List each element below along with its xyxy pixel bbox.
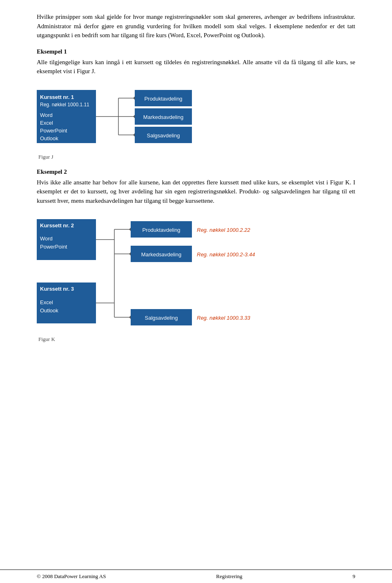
figure-j-diagram: Kurssett nr. 1 Reg. nøkkel 1000.1.11 Wor… <box>37 86 249 151</box>
example2-paragraph: Hvis ikke alle ansatte har behov for all… <box>37 178 355 206</box>
svg-text:Produktavdeling: Produktavdeling <box>142 227 180 233</box>
figure-j-container: Kurssett nr. 1 Reg. nøkkel 1000.1.11 Wor… <box>37 86 355 160</box>
footer-page-number: 9 <box>352 573 355 580</box>
figure-k-label: Figur K <box>38 336 55 343</box>
svg-marker-39 <box>129 228 131 231</box>
svg-text:PowerPoint: PowerPoint <box>40 128 67 134</box>
svg-text:Reg. nøkkel 1000.1.11: Reg. nøkkel 1000.1.11 <box>40 102 89 108</box>
svg-text:Excel: Excel <box>40 299 53 305</box>
svg-text:Reg. nøkkel 1000.2.22: Reg. nøkkel 1000.2.22 <box>197 227 251 233</box>
svg-text:Kurssett nr. 1: Kurssett nr. 1 <box>40 94 74 100</box>
svg-text:Markedsavdeling: Markedsavdeling <box>141 251 181 258</box>
svg-text:PowerPoint: PowerPoint <box>40 244 67 250</box>
svg-text:Reg. nøkkel 1000.2-3.44: Reg. nøkkel 1000.2-3.44 <box>197 251 255 258</box>
svg-text:Kurssett nr. 2: Kurssett nr. 2 <box>40 222 74 229</box>
footer-center: Registrering <box>216 573 242 580</box>
example1-heading: Eksempel 1 <box>37 48 355 55</box>
page-footer: © 2008 DataPower Learning AS Registrerin… <box>0 570 392 583</box>
svg-marker-40 <box>129 252 131 256</box>
example2-heading: Eksempel 2 <box>37 168 355 175</box>
svg-text:Salgsavdeling: Salgsavdeling <box>147 132 180 139</box>
svg-text:Excel: Excel <box>40 120 53 126</box>
svg-marker-41 <box>129 316 131 319</box>
svg-text:Outlook: Outlook <box>40 135 58 141</box>
intro-paragraph: Hvilke prinsipper som skal gjelde for hv… <box>37 12 355 40</box>
figure-k-container: Kurssett nr. 2 Word PowerPoint Kurssett … <box>37 215 355 343</box>
svg-text:Reg. nøkkel 1000.3.33: Reg. nøkkel 1000.3.33 <box>197 315 251 321</box>
svg-text:Markedsavdeling: Markedsavdeling <box>143 114 183 120</box>
svg-text:Outlook: Outlook <box>40 307 58 314</box>
svg-marker-13 <box>133 96 135 100</box>
svg-marker-15 <box>133 133 135 137</box>
svg-text:Produktavdeling: Produktavdeling <box>144 96 182 102</box>
svg-text:Word: Word <box>40 112 53 118</box>
svg-text:Salgsavdeling: Salgsavdeling <box>145 315 178 321</box>
figure-j-label: Figur J <box>38 154 53 160</box>
svg-text:Kurssett nr. 3: Kurssett nr. 3 <box>40 286 74 292</box>
svg-marker-14 <box>133 115 135 118</box>
svg-text:Word: Word <box>40 235 53 242</box>
figure-k-diagram: Kurssett nr. 2 Word PowerPoint Kurssett … <box>37 215 290 334</box>
example1-paragraph: Alle tilgjengelige kurs kan inngå i ett … <box>37 58 355 76</box>
footer-copyright: © 2008 DataPower Learning AS <box>37 573 106 580</box>
